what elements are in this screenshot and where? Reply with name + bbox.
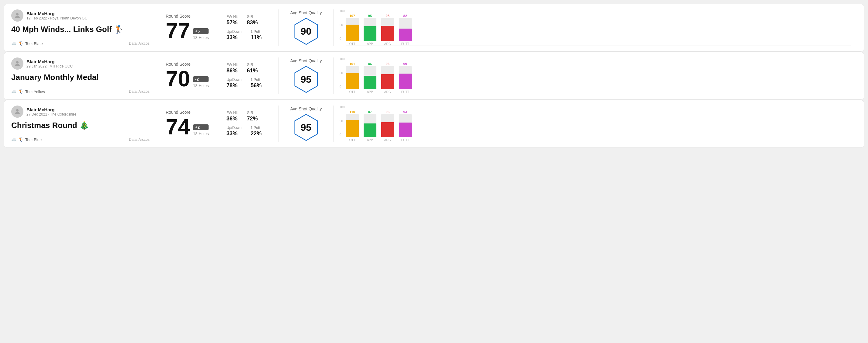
bar-xlabel-arg: ARG <box>384 90 391 94</box>
svg-point-4 <box>16 109 19 112</box>
card-stats-round2: FW Hit 86% GIR 61% Up/Down 78% 1 Putt <box>218 58 279 94</box>
up-down-label: Up/Down <box>226 126 241 130</box>
user-info: Blair McHarg 29 Jan 2022 · Mill Ride GCC <box>26 59 73 68</box>
round-title: Christmas Round 🎄 <box>11 121 150 130</box>
hexagon: 95 <box>292 114 320 141</box>
score-badge: -2 <box>193 76 209 82</box>
fw-hit-value: 86% <box>226 67 238 74</box>
bar-value-app: 87 <box>368 110 372 114</box>
bar-value-arg: 96 <box>386 62 390 66</box>
y-axis-labels: 100 50 0 <box>340 9 345 46</box>
avatar <box>11 58 23 70</box>
bars-container: 110 OTT 87 APP 95 ARG 9 <box>346 105 851 142</box>
quality-label: Avg Shot Quality <box>290 10 322 15</box>
gir-stat: GIR 83% <box>247 14 258 26</box>
bar-xlabel-putt: PUTT <box>401 138 409 142</box>
up-down-label: Up/Down <box>226 30 241 34</box>
up-down-stat: Up/Down 33% <box>226 126 241 137</box>
chart-bar-arg: 98 ARG <box>381 14 394 45</box>
gir-value: 61% <box>247 67 258 74</box>
user-info: Blair McHarg 27 Dec 2021 · The Oxfordshi… <box>26 107 76 117</box>
gir-stat: GIR 61% <box>247 63 258 74</box>
bar-value-arg: 98 <box>386 14 390 18</box>
bar-fill-ott <box>346 25 359 41</box>
bar-xlabel-putt: PUTT <box>401 90 409 94</box>
fw-hit-stat: FW Hit 57% <box>226 14 238 26</box>
avatar <box>11 9 23 22</box>
bar-fill-ott <box>346 73 359 89</box>
gir-value: 72% <box>247 116 258 122</box>
tee-label: Tee: Blue <box>25 137 42 142</box>
quality-score: 95 <box>301 74 312 85</box>
score-badge-wrap: +5 18 Holes <box>193 28 209 42</box>
bar-xlabel-ott: OTT <box>349 42 355 45</box>
y-label-50: 50 <box>340 23 345 27</box>
card-score-round2: Round Score 70 -2 18 Holes <box>157 58 218 94</box>
weather-icon: ☁️ <box>11 137 17 142</box>
stats-row-bottom: Up/Down 33% 1 Putt 11% <box>226 30 270 41</box>
chart-bar-putt: 99 PUTT <box>399 62 412 94</box>
bars-container: 101 OTT 86 APP 96 ARG 9 <box>346 58 851 94</box>
tee-row: ☁️ 🏌 Tee: Black <box>11 41 43 46</box>
fw-hit-label: FW Hit <box>226 14 238 19</box>
fw-hit-label: FW Hit <box>226 111 238 115</box>
card-chart-round2: 100 50 0 101 OTT 86 APP <box>334 58 857 94</box>
bar-bg-ott <box>346 114 359 137</box>
weather-icon: ☁️ <box>11 89 17 94</box>
bar-fill-app <box>364 26 376 41</box>
bar-value-putt: 93 <box>403 110 407 114</box>
data-source: Data: Arccos <box>129 89 150 94</box>
round-card-round3: Blair McHarg 27 Dec 2021 · The Oxfordshi… <box>4 100 864 148</box>
user-name: Blair McHarg <box>26 107 76 112</box>
y-label-0: 0 <box>340 133 345 136</box>
one-putt-value: 56% <box>250 83 261 89</box>
card-quality-round2: Avg Shot Quality 95 <box>279 58 334 94</box>
bar-xlabel-app: APP <box>367 138 373 142</box>
bar-bg-arg <box>381 114 394 137</box>
user-name: Blair McHarg <box>26 11 87 16</box>
chart-bar-ott: 101 OTT <box>346 62 359 94</box>
bar-bg-putt <box>399 114 412 137</box>
score-holes: 18 Holes <box>193 131 209 136</box>
avatar <box>11 105 23 118</box>
bar-bg-putt <box>399 66 412 89</box>
bar-value-app: 95 <box>368 14 372 18</box>
svg-point-0 <box>16 13 19 15</box>
bar-value-ott: 107 <box>350 14 355 18</box>
bar-xlabel-app: APP <box>367 42 373 45</box>
round-title: January Monthly Medal <box>11 73 150 82</box>
bar-xlabel-app: APP <box>367 90 373 94</box>
chart-wrapper: 100 50 0 107 OTT 95 APP <box>340 9 851 46</box>
score-holes: 18 Holes <box>193 35 209 40</box>
tee-label: Tee: Yellow <box>25 89 45 94</box>
one-putt-value: 11% <box>250 34 261 41</box>
bar-value-ott: 110 <box>350 110 355 114</box>
data-source: Data: Arccos <box>129 41 150 45</box>
golf-bag-icon: 🏌 <box>18 41 23 46</box>
quality-score: 95 <box>301 122 312 133</box>
golf-bag-icon: 🏌 <box>18 137 23 142</box>
bar-xlabel-putt: PUTT <box>401 42 409 45</box>
stats-row-top: FW Hit 86% GIR 61% <box>226 63 270 74</box>
one-putt-label: 1 Putt <box>250 77 261 82</box>
chart-bar-ott: 110 OTT <box>346 110 359 142</box>
y-label-0: 0 <box>340 85 345 89</box>
card-stats-round1: FW Hit 57% GIR 83% Up/Down 33% 1 Putt <box>218 9 279 46</box>
card-left-round3: Blair McHarg 27 Dec 2021 · The Oxfordshi… <box>11 105 157 142</box>
bar-xlabel-ott: OTT <box>349 138 355 142</box>
up-down-value: 33% <box>226 130 241 137</box>
user-row: Blair McHarg 27 Dec 2021 · The Oxfordshi… <box>11 105 150 118</box>
bar-bg-app <box>364 66 376 89</box>
up-down-value: 33% <box>226 34 241 41</box>
score-label: Round Score <box>166 62 209 67</box>
bar-xlabel-arg: ARG <box>384 138 391 142</box>
chart-bar-arg: 95 ARG <box>381 110 394 142</box>
tee-row: ☁️ 🏌 Tee: Yellow <box>11 89 45 94</box>
chart-bar-app: 95 APP <box>364 14 376 45</box>
up-down-value: 78% <box>226 83 241 89</box>
score-label: Round Score <box>166 110 209 115</box>
card-score-round1: Round Score 77 +5 18 Holes <box>157 9 218 46</box>
bars-container: 107 OTT 95 APP 98 ARG 8 <box>346 9 851 46</box>
y-axis-labels: 100 50 0 <box>340 58 345 94</box>
user-name: Blair McHarg <box>26 59 73 64</box>
